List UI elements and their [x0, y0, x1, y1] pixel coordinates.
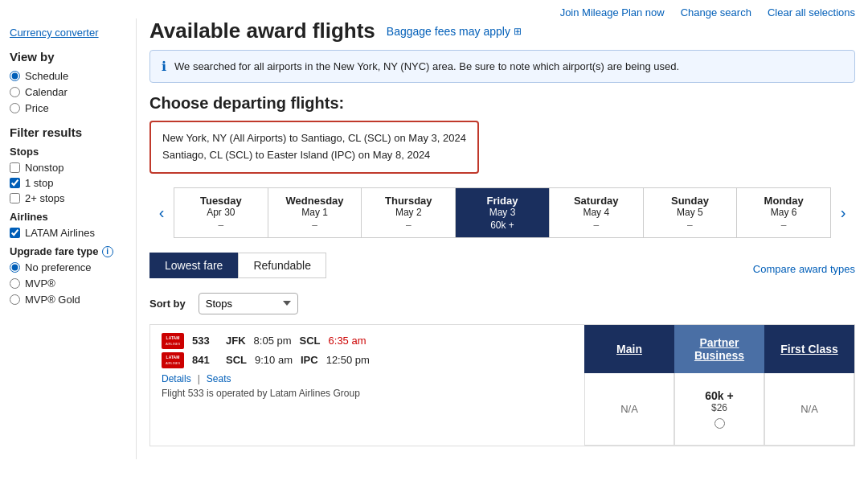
date-date-1: May 1: [272, 207, 358, 218]
date-date-4: May 4: [553, 207, 640, 218]
view-by-calendar-label: Calendar: [25, 86, 68, 98]
upgrade-mvp[interactable]: MVP®: [10, 277, 126, 290]
stop-2plus-label: 2+ stops: [25, 192, 65, 204]
date-day-2: Thursday: [365, 195, 452, 207]
page-layout: Currency converter View by Schedule Cale…: [0, 18, 868, 459]
page-title-area: Available award flights Baggage fees may…: [149, 18, 855, 43]
prev-date-button[interactable]: ‹: [149, 185, 174, 241]
choose-label: Choose departing flights:: [149, 94, 855, 113]
date-tab-4[interactable]: Saturday May 4 –: [550, 188, 644, 237]
dest-0: SCL: [300, 335, 321, 347]
arrive-1: 12:50 pm: [326, 354, 370, 366]
fare-tabs: Lowest fare Refundable: [149, 253, 326, 278]
view-by-calendar[interactable]: Calendar: [10, 86, 126, 98]
sort-select[interactable]: Stops Departure time Arrival time Durati…: [199, 293, 298, 314]
fare-tab-refundable[interactable]: Refundable: [238, 253, 326, 278]
upgrade-mvp-gold-label: MVP® Gold: [25, 294, 80, 306]
date-date-3: May 3: [459, 207, 546, 218]
stop-1stop-label: 1 stop: [25, 177, 53, 189]
fare-value-first: N/A: [800, 403, 818, 415]
date-tab-2[interactable]: Thursday May 2 –: [362, 188, 456, 237]
join-mileage-plan-link[interactable]: Join Mileage Plan now: [560, 6, 665, 18]
date-date-6: May 6: [740, 207, 827, 218]
date-tab-5[interactable]: Sunday May 5 –: [644, 188, 738, 237]
change-search-link[interactable]: Change search: [681, 6, 751, 18]
details-link[interactable]: Details: [162, 373, 191, 384]
date-date-0: Apr 30: [178, 207, 264, 218]
fare-section: Lowest fare Refundable Compare award typ…: [149, 253, 855, 446]
separator: |: [198, 373, 200, 384]
currency-converter-link[interactable]: Currency converter: [10, 27, 126, 39]
date-tab-1[interactable]: Wednesday May 1 –: [268, 188, 362, 237]
fare-col-header-first: First Class: [764, 325, 854, 373]
compare-award-types-link[interactable]: Compare award types: [753, 263, 855, 275]
first-col-label[interactable]: First Class: [780, 343, 838, 355]
date-day-0: Tuesday: [178, 195, 264, 207]
view-by-label: View by: [10, 50, 126, 64]
stops-options: Nonstop 1 stop 2+ stops: [10, 162, 126, 204]
stops-section-title: Stops: [10, 146, 126, 158]
upgrade-no-pref-label: No preference: [25, 261, 91, 273]
fare-radio-partner[interactable]: [714, 418, 725, 429]
fare-col-first: First Class N/A: [764, 325, 854, 446]
stop-2plus[interactable]: 2+ stops: [10, 192, 126, 204]
info-icon[interactable]: i: [102, 246, 113, 257]
date-day-6: Monday: [740, 195, 827, 207]
fare-controls: Sort by Stops Departure time Arrival tim…: [149, 293, 855, 314]
flight-segment-1: LATAM AIRLINES 841 SCL 9:10 am IPC 12:50…: [162, 352, 573, 368]
date-tab-3[interactable]: Friday May 3 60k +: [456, 188, 550, 237]
view-by-price[interactable]: Price: [10, 102, 126, 114]
filter-results-label: Filter results: [10, 125, 126, 139]
partner-col-label[interactable]: PartnerBusiness: [694, 336, 744, 362]
fare-cell-main: N/A: [584, 373, 674, 446]
stop-1stop[interactable]: 1 stop: [10, 177, 126, 189]
latam-logo-0: LATAM AIRLINES: [162, 333, 184, 349]
main-col-label[interactable]: Main: [616, 343, 642, 355]
latam-logo-icon-0: LATAM AIRLINES: [162, 333, 184, 349]
view-by-options: Schedule Calendar Price: [10, 70, 126, 114]
fare-col-partner: PartnerBusiness 60k + $26: [674, 325, 764, 446]
origin-1: SCL: [226, 354, 247, 366]
baggage-fees-link[interactable]: Baggage fees may apply ⊞: [387, 25, 522, 38]
date-day-5: Sunday: [647, 195, 734, 207]
date-day-4: Saturday: [553, 195, 640, 207]
upgrade-fare-options: No preference MVP® MVP® Gold: [10, 261, 126, 306]
stop-nonstop[interactable]: Nonstop: [10, 162, 126, 174]
flight-route-box: New York, NY (All Airports) to Santiago,…: [149, 121, 479, 174]
flight-num-1: 841: [192, 354, 218, 366]
origin-0: JFK: [226, 335, 246, 347]
view-by-schedule[interactable]: Schedule: [10, 70, 126, 82]
flight-info: LATAM AIRLINES 533 JFK 8:05 pm SCL 6:35 …: [150, 325, 584, 446]
upgrade-mvp-gold[interactable]: MVP® Gold: [10, 294, 126, 306]
seats-link[interactable]: Seats: [207, 373, 231, 384]
fare-value-main: N/A: [620, 403, 638, 415]
upgrade-no-preference[interactable]: No preference: [10, 261, 126, 273]
upgrade-mvp-label: MVP®: [25, 277, 55, 290]
flight-segments: LATAM AIRLINES 533 JFK 8:05 pm SCL 6:35 …: [162, 333, 573, 368]
clear-all-link[interactable]: Clear all selections: [768, 6, 855, 18]
date-price-1: –: [272, 220, 358, 231]
depart-0: 8:05 pm: [254, 335, 292, 347]
view-by-schedule-label: Schedule: [25, 70, 68, 82]
upgrade-fare-label: Upgrade fare type i: [10, 245, 126, 257]
date-tab-0[interactable]: Tuesday Apr 30 –: [174, 188, 268, 237]
date-date-5: May 5: [647, 207, 734, 218]
view-by-price-label: Price: [25, 102, 49, 114]
stop-nonstop-label: Nonstop: [25, 162, 63, 174]
airline-latam-label: LATAM Airlines: [25, 227, 95, 239]
operated-by: Flight 533 is operated by Latam Airlines…: [162, 388, 573, 399]
date-price-2: –: [365, 220, 452, 231]
fare-value-partner: 60k +: [705, 389, 733, 402]
airline-latam[interactable]: LATAM Airlines: [10, 227, 126, 239]
airlines-options: LATAM Airlines: [10, 227, 126, 239]
latam-logo-1: LATAM AIRLINES: [162, 352, 184, 368]
sidebar: Currency converter View by Schedule Cale…: [0, 18, 137, 459]
date-tab-6[interactable]: Monday May 6 –: [737, 188, 830, 237]
route-line2: Santiago, CL (SCL) to Easter Island (IPC…: [162, 147, 466, 164]
next-date-button[interactable]: ›: [831, 185, 855, 241]
fare-tab-lowest[interactable]: Lowest fare: [149, 253, 238, 278]
flight-segment-0: LATAM AIRLINES 533 JFK 8:05 pm SCL 6:35 …: [162, 333, 573, 349]
date-day-3: Friday: [459, 195, 546, 207]
date-price-3: 60k +: [459, 220, 546, 231]
flight-details-row: Details | Seats: [162, 373, 573, 384]
